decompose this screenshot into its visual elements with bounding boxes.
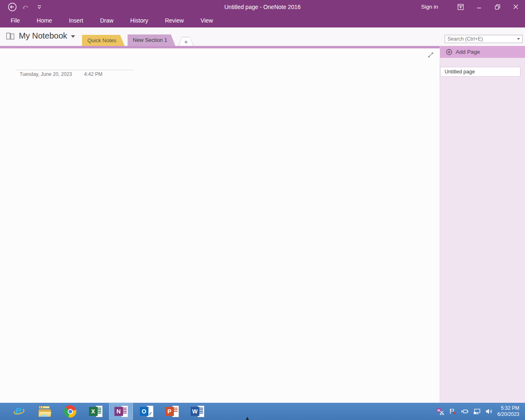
close-icon [513, 4, 518, 9]
ribbon-display-options-button[interactable] [451, 0, 470, 14]
onenote-clipper-tray-icon[interactable]: N [437, 408, 444, 415]
internet-explorer-icon: e [13, 405, 25, 418]
menu-tab-view[interactable]: View [199, 16, 215, 25]
close-button[interactable] [507, 0, 525, 14]
page-item-title: Untitled page [445, 69, 475, 75]
page-list-pane: Add Page Untitled page [440, 46, 525, 403]
plus-circle-icon [446, 49, 452, 55]
taskbar-chrome-button[interactable] [58, 403, 82, 420]
powerpoint-icon: P [165, 405, 179, 418]
notebook-dropdown-caret-icon [71, 35, 75, 38]
search-scope-dropdown-icon[interactable] [517, 38, 520, 40]
onenote-icon: N [114, 405, 128, 418]
section-tab-label: New Section 1 [133, 37, 167, 43]
taskbar-onenote-button-active[interactable]: N [109, 403, 133, 420]
page-title-underline [16, 70, 134, 70]
undo-icon [22, 4, 30, 10]
notebook-icon [6, 32, 15, 40]
taskbar-powerpoint-button[interactable]: P [160, 403, 184, 420]
search-input[interactable] [445, 36, 515, 42]
add-page-button[interactable]: Add Page [440, 46, 525, 58]
excel-icon: X [89, 405, 103, 418]
page-list-item-untitled-page[interactable]: Untitled page [440, 67, 520, 77]
taskbar-clock[interactable]: 5:32 PM 6/20/2023 [498, 405, 521, 418]
qat-dropdown-icon [37, 5, 42, 9]
customize-quick-access-toolbar-button[interactable] [34, 2, 44, 12]
power-battery-tray-icon[interactable] [461, 409, 468, 414]
menu-tab-file[interactable]: File [9, 16, 22, 25]
taskbar: e X [0, 403, 525, 420]
notebook-dropdown[interactable]: My Notebook [6, 31, 75, 41]
section-tabs: Quick Notes New Section 1 + [82, 34, 194, 46]
file-explorer-icon [39, 406, 51, 417]
restore-button[interactable] [488, 0, 507, 14]
clock-date: 6/20/2023 [498, 411, 519, 418]
search-box [445, 35, 523, 43]
menu-tab-review[interactable]: Review [163, 16, 185, 25]
quick-access-toolbar [0, 2, 44, 12]
section-tab-quick-notes[interactable]: Quick Notes [82, 35, 125, 46]
plus-icon: + [184, 38, 188, 45]
back-arrow-icon [7, 2, 17, 12]
taskbar-outlook-button[interactable]: ✓ O [135, 403, 158, 420]
menu-tab-home[interactable]: Home [35, 16, 54, 25]
section-tab-new-section-1[interactable]: New Section 1 [128, 34, 176, 46]
full-page-view-button[interactable] [427, 52, 436, 60]
menu-tab-insert[interactable]: Insert [67, 16, 85, 25]
menu-tab-history[interactable]: History [129, 16, 150, 25]
page-date-stamp: Tuesday, June 20, 2023 [20, 71, 72, 77]
outlook-icon: ✓ O [140, 405, 153, 418]
chrome-icon [64, 405, 76, 418]
volume-tray-icon[interactable] [486, 409, 493, 414]
notebook-name: My Notebook [19, 31, 67, 41]
network-tray-icon[interactable] [473, 409, 481, 415]
minimize-button[interactable] [470, 0, 488, 14]
back-button[interactable] [7, 2, 17, 12]
title-bar: Untitled page - OneNote 2016 Sign in [0, 0, 525, 14]
expand-diagonal-icon [427, 52, 434, 58]
taskbar-file-explorer-button[interactable] [33, 403, 57, 420]
word-icon: W [191, 405, 204, 418]
create-new-section-button[interactable]: + [178, 37, 194, 46]
ribbon-display-options-icon [457, 4, 464, 10]
section-tab-label: Quick Notes [87, 37, 116, 43]
menu-tab-draw[interactable]: Draw [98, 16, 115, 25]
titlebar-right-controls: Sign in [421, 0, 525, 14]
taskbar-excel-button[interactable]: X [84, 403, 107, 420]
ribbon-tab-bar: File Home Insert Draw History Review Vie… [0, 14, 525, 27]
taskbar-app-buttons: e X [0, 403, 209, 420]
clock-time: 5:32 PM [498, 405, 519, 411]
system-tray: N [437, 403, 525, 420]
restore-icon [495, 4, 500, 10]
sign-in-link[interactable]: Sign in [421, 4, 438, 10]
undo-button[interactable] [21, 2, 31, 12]
taskbar-internet-explorer-button[interactable]: e [7, 403, 31, 420]
add-page-label: Add Page [456, 49, 480, 55]
taskbar-word-button[interactable]: W [185, 403, 209, 420]
mouse-cursor [246, 417, 249, 420]
notebook-navigation-bar: My Notebook Quick Notes New Section 1 + [0, 27, 525, 46]
action-center-flag-tray-icon[interactable] [449, 408, 456, 415]
page-time-stamp: 4:42 PM [84, 71, 103, 77]
page-canvas[interactable]: Tuesday, June 20, 2023 4:42 PM [0, 48, 440, 403]
minimize-icon [477, 5, 482, 9]
